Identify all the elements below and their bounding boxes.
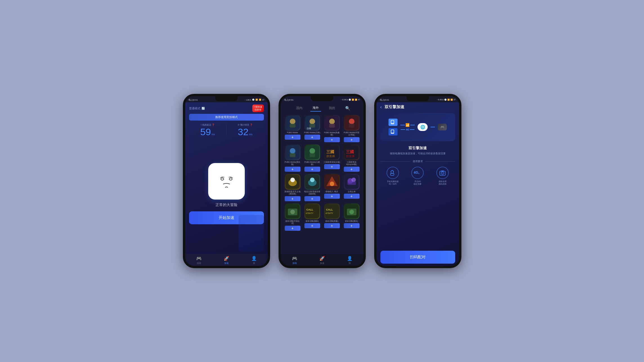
svg-point-52: [349, 210, 354, 214]
nav-item-me[interactable]: 👤 我: [251, 256, 257, 265]
spacer: [380, 189, 455, 251]
list-item: 怪物猎人-将兵 +: [323, 174, 341, 201]
lightning-icon[interactable]: [304, 174, 320, 190]
svg-text:三國: 三國: [326, 150, 334, 154]
boost-icon: 🚀: [224, 256, 229, 261]
nav-item-boost[interactable]: 🚀 加速: [224, 256, 229, 265]
pubg-jp-icon[interactable]: 日韩: [304, 115, 320, 131]
add-pubg-tw-btn[interactable]: +: [344, 137, 360, 142]
character-icon: [208, 163, 245, 200]
add-sguo2-btn[interactable]: +: [344, 167, 360, 172]
req-4g-text: 4G。: [414, 170, 421, 175]
ff2-icon[interactable]: [344, 203, 360, 219]
pubg-tw-icon[interactable]: [344, 115, 360, 131]
pubg-hot-icon[interactable]: [324, 115, 340, 131]
cod2-icon[interactable]: CALL of DUTY: [324, 203, 340, 219]
phone2-content: 国内 海外 我的 🔍 PU: [281, 102, 363, 266]
nav2-games-icon: 🎮: [292, 256, 297, 261]
ff1-icon[interactable]: [285, 203, 300, 219]
back-button[interactable]: ‹: [380, 105, 382, 110]
pubg-lite-icon[interactable]: [304, 144, 320, 160]
list-item: 使命召唤(中国台湾) +: [284, 203, 302, 231]
add-pubg-jp-btn[interactable]: +: [304, 135, 320, 140]
add-beast-btn[interactable]: +: [324, 194, 340, 199]
phone3-content: ‹ 双引擎加速: [376, 102, 459, 266]
dual-engine-title: 双引擎加速: [380, 146, 455, 151]
pubg-icon[interactable]: [285, 115, 300, 131]
tab-mine[interactable]: 我的: [327, 105, 337, 111]
add-ff1-btn[interactable]: +: [285, 226, 300, 231]
cod1-icon[interactable]: CALL of DUTY: [304, 203, 320, 219]
hero-icon[interactable]: [285, 174, 300, 190]
add-pubg-lite-btn[interactable]: +: [304, 167, 320, 172]
phone1-nav: 🎮 游戏 🚀 加速 👤 我: [185, 254, 268, 266]
svg-text:日韩: 日韩: [307, 127, 311, 130]
game-row-4: 使命召唤(中国台湾) + CALL of DUTY 使命召唤(国际) +: [284, 203, 361, 231]
diagram-phone-bottom: [389, 128, 398, 135]
cod2-name: 使命召唤(韩服): [325, 220, 338, 222]
add-ff2-btn[interactable]: +: [344, 223, 360, 228]
svg-point-14: [349, 119, 354, 124]
add-pubg-btn[interactable]: +: [285, 135, 300, 140]
line2: [410, 125, 415, 125]
phone2-status-right: ···8.4K/s 🕐 📶 📶 47: [341, 99, 360, 101]
svg-point-61: [442, 173, 443, 174]
add-cod1-btn[interactable]: +: [304, 223, 320, 228]
nav-item-games[interactable]: 🎮 游戏: [196, 256, 202, 265]
list-item: PUBG Mobile(儿童版) +: [303, 144, 321, 172]
tab-domestic[interactable]: 国内: [294, 105, 305, 111]
dual-engine-desc: 辅助电脑端加速器加速，可能会消耗较多数据流量: [380, 152, 455, 156]
add-lightning-btn[interactable]: +: [304, 196, 320, 201]
diagram-left: [389, 119, 398, 135]
pubg-test-icon[interactable]: [285, 144, 300, 160]
svg-rect-56: [391, 130, 394, 133]
svg-text:CALL: CALL: [326, 208, 333, 211]
list-item: 英雄联盟:开天之地(测试限) +: [284, 174, 302, 201]
queue-label: ⏱ 预计排至 ❓: [226, 123, 264, 126]
req-wifi: 手机电脑连接同一WiFi: [387, 167, 399, 186]
phone2-notch: [311, 96, 333, 101]
beast-icon[interactable]: [324, 174, 340, 190]
nav2-games[interactable]: 🎮 游戏: [292, 256, 297, 265]
nav2-me[interactable]: 👤 我: [347, 256, 353, 265]
add-cod2-btn[interactable]: +: [324, 223, 340, 228]
nav2-me-icon: 👤: [347, 256, 353, 261]
tab-overseas[interactable]: 海外: [310, 105, 321, 112]
svg-rect-40: [347, 182, 356, 185]
requirements-section: 使用要求 手机电脑连接同一WiFi: [380, 160, 455, 186]
add-cloud-btn[interactable]: +: [344, 194, 360, 199]
add-sguo1-btn[interactable]: +: [324, 164, 340, 169]
list-item: PUBG Mobile(测试版) +: [284, 144, 302, 172]
list-item: 云境之奇 +: [343, 174, 361, 201]
pubg-test-name: PUBG Mobile(测试版): [284, 161, 301, 166]
list-item: 电击文章:零落友情(国际限) +: [303, 174, 321, 201]
scan-button[interactable]: 扫码配对: [380, 251, 455, 264]
character-face-svg: [212, 167, 241, 195]
game-row-1: PUBG Mobile + 日韩 PUBG Mobile(日韩: [284, 115, 361, 142]
sguo1-icon[interactable]: 三國 群英傳: [324, 144, 340, 160]
svg-point-36: [330, 182, 334, 186]
boost-badge[interactable]: +锁加速 抗疫情: [252, 105, 264, 112]
search-icon[interactable]: 🔍: [345, 106, 350, 110]
latency-stat: ⌇ 线路延迟 ❓ 59 ms: [189, 123, 226, 137]
list-item: 三國 群英傳 三国群英传M(mycard版) +: [343, 144, 361, 172]
svg-point-43: [290, 210, 295, 214]
sguo2-icon[interactable]: 三國 群英傳: [344, 144, 360, 160]
add-hero-btn[interactable]: +: [285, 196, 300, 201]
latency-unit: ms: [212, 133, 215, 136]
phone3-header: ‹ 双引擎加速: [380, 105, 455, 110]
svg-rect-44: [305, 204, 319, 218]
phone1-content: 普通模式 🔄 +锁加速 抗疫情 推荐使用竞技模式 ⌇ 线路延迟 ❓: [185, 102, 268, 254]
nav2-boost[interactable]: 🚀 加速: [319, 256, 325, 265]
recommend-bar[interactable]: 推荐使用竞技模式: [189, 114, 264, 121]
add-pubg-test-btn[interactable]: +: [285, 167, 300, 172]
req-wifi-label: 手机电脑连接同一WiFi: [387, 180, 399, 186]
cloud-name: 云境之奇: [348, 191, 356, 193]
cloud-icon[interactable]: [344, 174, 360, 190]
dual-label-section: 双引擎加速 辅助电脑端加速器加速，可能会消耗较多数据流量: [380, 146, 455, 156]
pubg-name: PUBG Mobile: [287, 132, 298, 134]
pubg-tw-name: PUBG Mobile(中国台湾版): [343, 132, 360, 136]
queue-unit: ms: [249, 133, 252, 136]
add-pubg-hot-btn[interactable]: +: [324, 137, 340, 142]
ff1-name: 使命召唤(中国台湾): [284, 220, 301, 225]
